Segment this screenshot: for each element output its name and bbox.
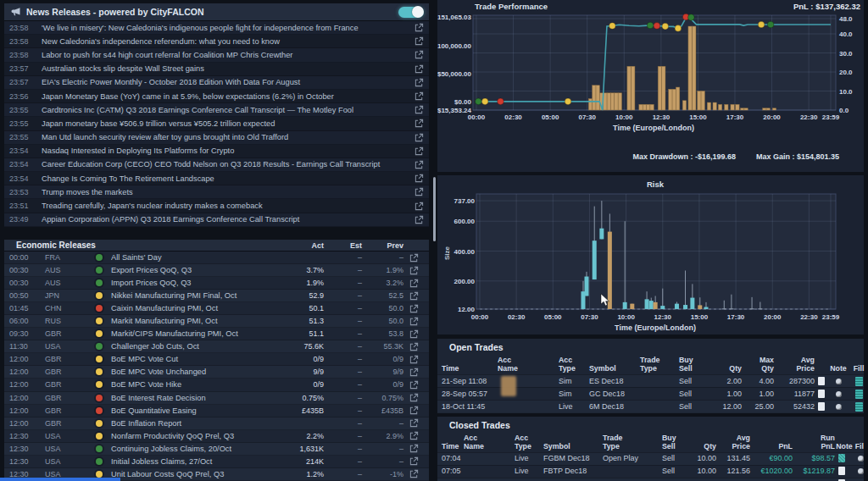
news-list-item[interactable]: 23:54 Career Education Corp (CECO) CEO T… [4,158,429,172]
news-headline[interactable]: New Caledonia's independence referendum:… [42,37,409,46]
note-indicator-icon[interactable] [858,456,864,462]
scrollbar[interactable] [433,177,436,241]
external-link-icon[interactable] [409,329,419,339]
note-indicator-icon[interactable] [836,391,842,397]
news-headline[interactable]: Appian Corporation (APPN) Q3 2018 Earnin… [42,215,409,224]
external-link-icon[interactable] [409,253,419,263]
svg-text:02:30: 02:30 [504,113,522,121]
news-list-item[interactable]: 23:51 Treading carefully, Japan's nuclea… [4,199,429,213]
news-list-item[interactable]: 23:58 New Caledonia's independence refer… [4,35,429,48]
news-headline[interactable]: EIA's Electric Power Monthly - October 2… [42,78,409,86]
news-toggle[interactable] [398,7,424,18]
external-link-icon[interactable] [409,431,419,440]
external-link-icon[interactable] [415,64,424,74]
release-name: Export Prices QoQ, Q3 [111,266,273,274]
economic-releases-header: Economic Releases Act Est Prev [4,240,429,252]
news-headline[interactable]: Cardtronics Inc (CATM) Q3 2018 Earnings … [42,106,409,114]
price-note-icon[interactable] [818,402,825,411]
note-indicator-icon[interactable] [858,468,864,474]
external-link-icon[interactable] [409,456,419,466]
news-list-item[interactable]: 23:54 Change Is Coming To The Retirement… [4,172,429,185]
svg-text:07:30: 07:30 [581,313,598,321]
news-list-item[interactable]: 23:57 Australian stocks slip despite Wal… [4,63,429,76]
svg-text:20:00: 20:00 [763,113,781,121]
news-headline[interactable]: Change Is Coming To The Retirement Lands… [42,174,409,183]
external-link-icon[interactable] [415,23,424,32]
external-link-icon[interactable] [409,317,419,326]
news-panel-title: News Releases - powered by CityFALCON [26,7,398,17]
news-list-item[interactable]: 23:56 Japan Monetary Base (YoY) came in … [4,90,429,103]
svg-text:40.0: 40.0 [839,30,853,38]
price-note-icon[interactable] [818,390,825,398]
external-link-icon[interactable] [415,215,424,224]
external-link-icon[interactable] [415,36,424,46]
note-doc-icon[interactable] [838,454,845,462]
news-list-item[interactable]: 23:57 EIA's Electric Power Monthly - Oct… [4,76,429,90]
fill-icon[interactable] [855,402,863,412]
external-link-icon[interactable] [409,266,419,275]
external-link-icon[interactable] [409,393,419,402]
news-headline[interactable]: 'We live in misery': New Caledonia's ind… [42,24,409,32]
release-previous: 53.8 [362,329,403,338]
release-country: GBR [45,329,87,338]
external-link-icon[interactable] [409,469,419,478]
external-link-icon[interactable] [415,174,424,183]
svg-text:30.0: 30.0 [839,50,853,58]
news-list-item[interactable]: 23:49 Appian Corporation (APPN) Q3 2018 … [4,213,429,227]
news-headline[interactable]: Australian stocks slip despite Wall Stre… [42,64,409,73]
news-list-item[interactable]: 23:58 Labor to push for s44 high court r… [4,48,429,62]
external-link-icon[interactable] [415,202,424,211]
svg-text:200.00: 200.00 [454,278,476,285]
news-headline[interactable]: Career Education Corp (CECO) CEO Todd Ne… [42,160,409,169]
external-link-icon[interactable] [409,444,419,453]
news-list-item[interactable]: 23:58 'We live in misery': New Caledonia… [4,21,429,35]
price-note-icon[interactable] [818,377,825,385]
news-list-item[interactable]: 23:54 Nasdaq Interested in Deploying Its… [4,145,429,158]
news-headline[interactable]: Nasdaq Interested in Deploying Its Platf… [42,147,409,155]
fill-icon[interactable] [855,390,863,399]
external-link-icon[interactable] [409,355,419,364]
news-list-item[interactable]: 23:55 Japan monetary base ¥506.9 trillio… [4,117,429,130]
external-link-icon[interactable] [415,147,424,156]
trade-volume-bar [662,66,665,110]
note-indicator-icon[interactable] [836,404,842,410]
news-list-item[interactable]: 23:53 Trump moves the markets [4,185,429,199]
external-link-icon[interactable] [409,304,419,313]
external-link-icon[interactable] [415,119,424,128]
external-link-icon[interactable] [409,279,419,288]
economic-release-row: 12:00 GBR BoE Interest Rate Decision 0.7… [4,392,429,405]
news-headline[interactable]: Labor to push for s44 high court referra… [42,51,409,59]
news-headline[interactable]: Japan monetary base ¥506.9 trillion vers… [42,119,409,128]
news-headline[interactable]: Man Utd launch security review after toy… [42,133,409,141]
trade-volume-bar [736,104,739,110]
news-list-item[interactable]: 23:55 Cardtronics Inc (CATM) Q3 2018 Ear… [4,103,429,117]
release-estimate: – [324,279,362,287]
trade-volume-bar [607,93,610,110]
fill-icon[interactable] [855,377,863,386]
external-link-icon[interactable] [415,187,424,196]
release-country: USA [45,445,87,453]
external-link-icon[interactable] [415,160,424,169]
external-link-icon[interactable] [409,291,419,301]
news-list-item[interactable]: 23:55 Man Utd launch security review aft… [4,131,429,145]
trade-pnl: €1020.00 [750,467,793,475]
svg-text:PnL : $137,362.32: PnL : $137,362.32 [793,2,860,11]
news-headline[interactable]: Japan Monetary Base (YoY) came in at 5.9… [42,92,409,101]
external-link-icon[interactable] [409,342,419,351]
news-headline[interactable]: Trump moves the markets [42,188,409,196]
external-link-icon[interactable] [409,418,419,428]
external-link-icon[interactable] [415,133,424,142]
external-link-icon[interactable] [409,406,419,415]
release-estimate: – [324,470,362,478]
external-link-icon[interactable] [409,380,419,390]
external-link-icon[interactable] [415,78,424,87]
note-doc-icon[interactable] [838,467,845,475]
note-indicator-icon[interactable] [836,379,842,384]
external-link-icon[interactable] [415,105,424,114]
closed-trades-rows: 07:04 Live FGBM Dec18 Open Play Sell 10.… [437,452,864,481]
external-link-icon[interactable] [409,368,419,377]
news-headline[interactable]: Treading carefully, Japan's nuclear indu… [42,202,409,210]
release-name: Nikkei Manufacturing PMI Final, Oct [111,291,273,300]
external-link-icon[interactable] [415,50,424,59]
external-link-icon[interactable] [415,91,424,101]
